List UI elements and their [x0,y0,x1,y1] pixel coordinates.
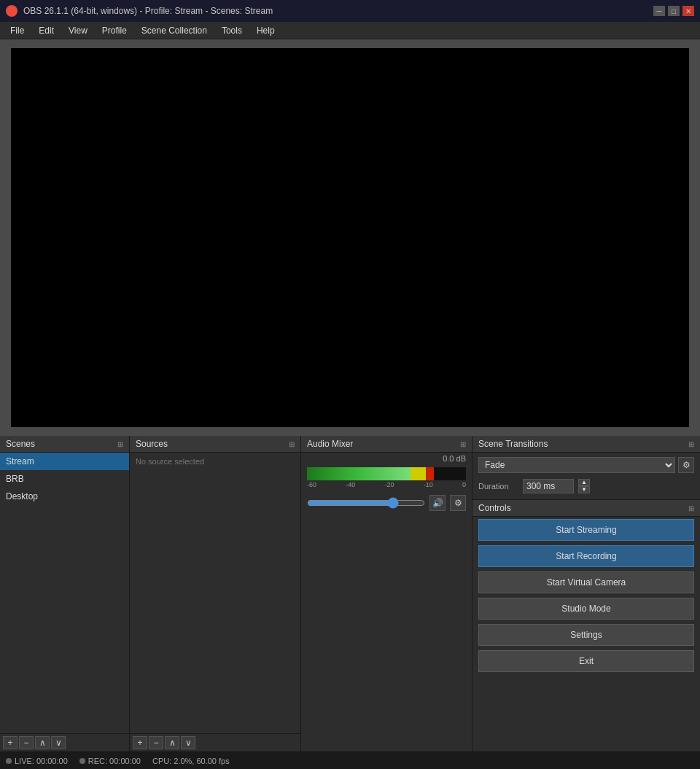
volume-slider[interactable] [307,497,425,509]
transition-settings-button[interactable]: ⚙ [678,457,694,473]
mixer-meter-track [307,467,466,480]
panels-row: Scenes ⊞ Stream BRB Desktop + − ∧ ∨ Sour… [0,436,700,752]
sources-panel-footer: + − ∧ ∨ [130,733,300,752]
scenes-panel-footer: + − ∧ ∨ [0,733,129,752]
cpu-label: CPU: 2.0%, 60.00 fps [152,757,230,765]
sources-panel-title: Sources [136,439,168,449]
right-column: Scene Transitions ⊞ Fade Cut Swipe Slide… [472,436,700,752]
menu-help[interactable]: Help [249,22,282,39]
transition-select[interactable]: Fade Cut Swipe Slide Stinger Luma Wipe [478,457,675,473]
scenes-expand-icon: ⊞ [117,440,123,448]
app-container: OBS 26.1.1 (64-bit, windows) - Profile: … [0,0,700,769]
live-dot [6,758,12,764]
menu-scene-collection[interactable]: Scene Collection [134,22,214,39]
scenes-panel: Scenes ⊞ Stream BRB Desktop + − ∧ ∨ [0,436,130,752]
settings-button[interactable]: Settings [478,624,694,646]
scenes-remove-button[interactable]: − [19,736,34,749]
scene-item-desktop[interactable]: Desktop [0,488,129,505]
sources-down-button[interactable]: ∨ [181,736,195,749]
menu-file[interactable]: File [3,22,31,39]
preview-wrapper [0,39,700,436]
rec-status: REC: 00:00:00 [79,757,141,765]
meter-red-fill [426,467,434,480]
live-label: LIVE: 00:00:00 [15,757,68,765]
mixer-meter-row: -60 -40 -20 -10 0 [301,464,472,492]
mixer-expand-icon: ⊞ [460,440,466,448]
close-button[interactable]: ✕ [682,6,694,16]
mute-button[interactable]: 🔊 [429,495,446,511]
sources-remove-button[interactable]: − [149,736,163,749]
app-icon [6,5,18,17]
duration-down-button[interactable]: ▼ [578,486,590,493]
studio-mode-button[interactable]: Studio Mode [478,598,694,620]
mixer-content: 0.0 dB -60 -40 -20 -10 0 [301,453,472,752]
sources-panel: Sources ⊞ No source selected + − ∧ ∨ 🎤 A… [130,436,301,752]
rec-label: REC: 00:00:00 [88,757,141,765]
sources-list: No source selected [130,453,300,733]
scene-transitions-title: Scene Transitions [478,439,548,449]
sources-expand-icon: ⊞ [289,440,295,448]
title-bar-text: OBS 26.1.1 (64-bit, windows) - Profile: … [23,6,648,16]
controls-panel: Controls ⊞ Start Streaming Start Recordi… [472,500,700,752]
menu-tools[interactable]: Tools [214,22,249,39]
start-streaming-button[interactable]: Start Streaming [478,519,694,541]
mixer-panel-title: Audio Mixer [307,439,353,449]
scene-item-brb[interactable]: BRB [0,470,129,488]
scenes-up-button[interactable]: ∧ [35,736,50,749]
menu-edit[interactable]: Edit [31,22,61,39]
mixer-controls-row: 🔊 ⚙ [301,492,472,514]
duration-label: Duration [478,482,518,491]
sources-up-button[interactable]: ∧ [165,736,179,749]
maximize-button[interactable]: □ [668,6,680,16]
meter-green-fill [307,467,411,480]
sources-panel-header: Sources ⊞ [130,436,300,453]
rec-dot [79,758,85,764]
start-recording-button[interactable]: Start Recording [478,545,694,567]
status-bar: LIVE: 00:00:00 REC: 00:00:00 CPU: 2.0%, … [0,752,700,769]
title-bar: OBS 26.1.1 (64-bit, windows) - Profile: … [0,0,700,22]
duration-input[interactable] [523,479,574,493]
scene-transitions-header: Scene Transitions ⊞ [472,436,700,453]
scenes-panel-header: Scenes ⊞ [0,436,129,453]
controls-expand-icon: ⊞ [688,504,694,512]
transition-row: Fade Cut Swipe Slide Stinger Luma Wipe ⚙ [472,453,700,477]
minimize-button[interactable]: ─ [653,6,665,16]
duration-row: Duration ▲ ▼ [472,477,700,499]
controls-panel-header: Controls ⊞ [472,500,700,517]
db-value-label: 0.0 dB [301,453,472,464]
meter-labels: -60 -40 -20 -10 0 [307,480,466,489]
scenes-panel-title: Scenes [6,439,35,449]
exit-button[interactable]: Exit [478,650,694,672]
duration-up-button[interactable]: ▲ [578,479,590,486]
menu-profile[interactable]: Profile [95,22,134,39]
controls-panel-title: Controls [478,503,511,513]
scenes-list: Stream BRB Desktop [0,453,129,733]
sources-add-button[interactable]: + [133,736,147,749]
mixer-panel-header: Audio Mixer ⊞ [301,436,472,453]
start-virtual-camera-button[interactable]: Start Virtual Camera [478,571,694,593]
mixer-settings-button[interactable]: ⚙ [450,495,466,511]
meter-yellow-fill [411,467,427,480]
mixer-panel: Audio Mixer ⊞ 0.0 dB -60 -40 -20 [301,436,472,752]
cpu-status: CPU: 2.0%, 60.00 fps [152,757,230,765]
scenes-add-button[interactable]: + [3,736,18,749]
preview-canvas [11,48,689,427]
menu-view[interactable]: View [61,22,95,39]
scenes-down-button[interactable]: ∨ [51,736,66,749]
scene-transitions-panel: Scene Transitions ⊞ Fade Cut Swipe Slide… [472,436,700,500]
no-source-label: No source selected [130,453,300,470]
menu-bar: File Edit View Profile Scene Collection … [0,22,700,39]
transitions-expand-icon: ⊞ [688,440,694,448]
scene-item-stream[interactable]: Stream [0,453,129,470]
live-status: LIVE: 00:00:00 [6,757,68,765]
duration-spinner: ▲ ▼ [578,479,590,493]
window-controls: ─ □ ✕ [653,6,694,16]
